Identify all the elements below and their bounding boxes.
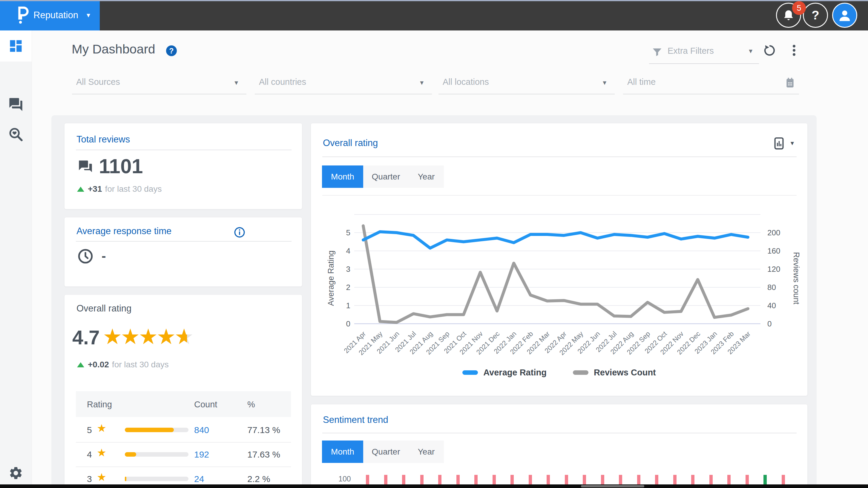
gear-icon: [8, 466, 23, 481]
col-rating: Rating: [87, 400, 112, 409]
user-menu-button[interactable]: [832, 3, 857, 28]
trend-suffix: for last 30 days: [105, 184, 162, 194]
total-reviews-trend: +31 for last 30 days: [77, 184, 162, 194]
sidebar-item-conversations[interactable]: [0, 89, 32, 120]
svg-text:1: 1: [346, 301, 350, 310]
star-icon: ★★: [103, 327, 121, 346]
chart-legend: Average Rating Reviews Count: [311, 368, 807, 377]
tab-month[interactable]: Month: [322, 440, 363, 463]
horizontal-scrollbar[interactable]: [0, 484, 868, 488]
sidebar-item-dashboard[interactable]: [0, 30, 32, 62]
star-icon: ★★: [121, 327, 138, 346]
svg-text:80: 80: [767, 283, 776, 292]
legend-swatch: [462, 370, 478, 375]
page-help-icon[interactable]: ?: [166, 45, 177, 56]
sidebar-item-review-search[interactable]: [0, 119, 32, 150]
tab-quarter[interactable]: Quarter: [363, 440, 409, 463]
svg-text:5: 5: [346, 228, 350, 237]
clock-icon: [76, 247, 94, 265]
app-switcher[interactable]: Reputation ▼: [0, 0, 100, 30]
col-count: Count: [194, 400, 217, 409]
divider: [76, 150, 291, 150]
avg-response-title[interactable]: Average response time: [76, 226, 172, 237]
legend-item-reviews-count[interactable]: Reviews Count: [573, 368, 656, 377]
locations-filter-select[interactable]: All locations ▼: [438, 73, 615, 94]
page-title: My Dashboard: [72, 42, 155, 56]
chat-bubbles-icon: [8, 97, 24, 112]
tab-month[interactable]: Month: [322, 165, 363, 188]
star-rating: ★★★★★★★★★★: [103, 327, 192, 346]
tab-year[interactable]: Year: [409, 440, 444, 463]
extra-filters-select[interactable]: Extra Filters ▼: [649, 42, 759, 64]
sidebar: [0, 30, 32, 488]
star-icon: ★: [97, 447, 106, 459]
chevron-down-icon[interactable]: ▼: [789, 140, 795, 147]
reset-filters-button[interactable]: [761, 42, 778, 59]
rating-count-link[interactable]: 24: [194, 474, 204, 484]
star-icon: ★: [97, 422, 106, 434]
avg-response-value: -: [101, 248, 106, 264]
divider: [322, 195, 797, 195]
total-reviews-value: 1101: [99, 154, 143, 178]
tab-quarter[interactable]: Quarter: [363, 165, 409, 188]
rating-count-link[interactable]: 840: [194, 425, 209, 435]
sidebar-item-settings[interactable]: [0, 458, 32, 488]
star-icon: ★★: [138, 327, 156, 346]
kebab-icon: [793, 43, 796, 57]
sentiment-title[interactable]: Sentiment trend: [323, 415, 388, 425]
countries-filter-select[interactable]: All countries ▼: [255, 73, 432, 94]
notification-count-badge: 5: [792, 1, 806, 15]
chevron-down-icon: ▼: [419, 80, 425, 86]
rating-bar: [125, 428, 174, 432]
chart-type-icon[interactable]: [772, 136, 786, 150]
svg-text:Average Rating: Average Rating: [327, 250, 335, 306]
question-icon: ?: [811, 8, 819, 22]
overall-rating-trend: +0.02 for last 30 days: [77, 360, 169, 369]
reviews-icon: [78, 159, 93, 174]
sources-filter-select[interactable]: All Sources ▼: [72, 73, 246, 94]
svg-text:200: 200: [767, 228, 780, 237]
total-reviews-card: Total reviews 1101 +31 for last 30 days: [64, 123, 302, 209]
rating-line-chart: 01234504080120160200Average RatingReview…: [326, 206, 801, 374]
svg-text:0: 0: [346, 319, 350, 328]
total-reviews-title[interactable]: Total reviews: [76, 134, 130, 145]
time-filter-select[interactable]: All time: [623, 73, 799, 94]
sentiment-tabs: Month Quarter Year: [322, 440, 444, 463]
svg-text:160: 160: [767, 246, 780, 255]
extra-filters-label: Extra Filters: [668, 46, 714, 56]
trend-up-icon: [77, 362, 84, 367]
locations-filter-value: All locations: [443, 77, 489, 87]
chevron-down-icon: ▼: [86, 12, 91, 19]
funnel-icon: [651, 47, 663, 58]
rating-bar: [125, 477, 126, 481]
more-options-button[interactable]: [785, 42, 802, 59]
divider: [76, 241, 291, 242]
svg-text:Reviews count: Reviews count: [792, 252, 801, 305]
dashboard-icon: [8, 38, 24, 54]
rating-bar: [125, 452, 136, 457]
divider: [76, 442, 291, 443]
tab-year[interactable]: Year: [409, 165, 444, 188]
top-bar: Reputation ▼ 5 ?: [0, 0, 868, 30]
brand-name: Reputation: [33, 10, 78, 21]
window-top-edge: [0, 0, 868, 1]
rating-count-link[interactable]: 192: [194, 450, 209, 460]
svg-text:120: 120: [767, 265, 780, 274]
help-button[interactable]: ?: [803, 3, 828, 28]
legend-item-average-rating[interactable]: Average Rating: [462, 368, 547, 377]
trend-delta: +31: [88, 184, 102, 194]
rating-chart-title[interactable]: Overall rating: [323, 138, 378, 148]
trend-up-icon: [77, 187, 84, 192]
legend-swatch: [573, 370, 588, 375]
col-percent: %: [247, 400, 255, 409]
trend-delta: +0.02: [88, 360, 109, 369]
star-icon: ★★: [156, 327, 175, 346]
trend-suffix: for last 30 days: [112, 360, 169, 369]
scrollbar-thumb[interactable]: [581, 485, 644, 487]
reputation-dashboard: Reputation ▼ 5 ?: [0, 0, 868, 488]
overall-rating-value: 4.7: [72, 326, 100, 349]
info-icon[interactable]: [234, 226, 246, 238]
sources-filter-value: All Sources: [76, 77, 120, 87]
time-filter-value: All time: [627, 77, 656, 87]
brand-logo-icon: [16, 6, 29, 24]
